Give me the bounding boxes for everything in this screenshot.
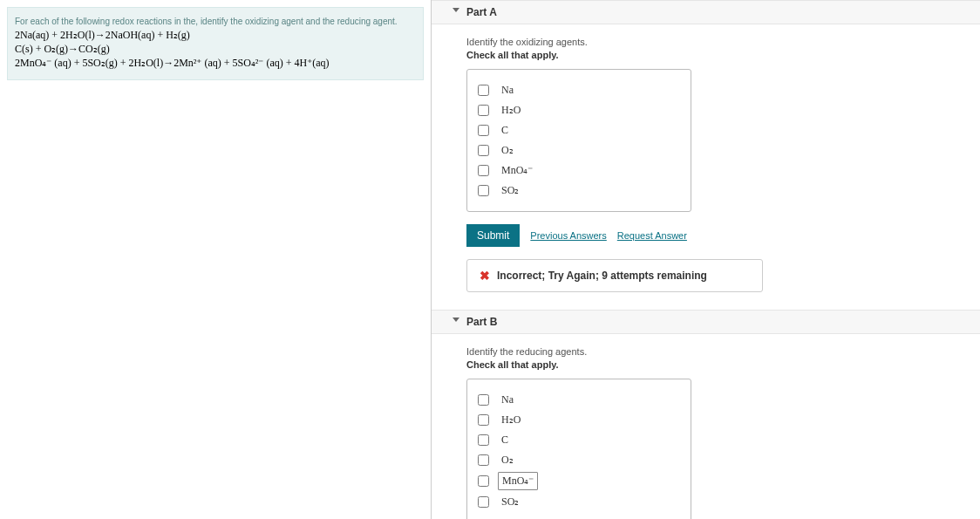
checkbox[interactable] <box>478 434 489 446</box>
part-a-button-row: Submit Previous Answers Request Answer <box>466 224 945 247</box>
part-b-title: Part B <box>466 316 497 328</box>
checkbox[interactable] <box>478 475 489 487</box>
part-b-header[interactable]: Part B <box>432 310 980 334</box>
option-label: Na <box>498 392 517 408</box>
option-row[interactable]: H₂O <box>478 102 680 119</box>
checkbox[interactable] <box>478 394 489 406</box>
incorrect-icon: ✖ <box>480 269 490 283</box>
option-row[interactable]: C <box>478 122 680 139</box>
option-label: C <box>498 432 512 448</box>
option-row[interactable]: Na <box>478 82 680 99</box>
option-row[interactable]: SO₂ <box>478 182 680 199</box>
part-a-feedback: ✖ Incorrect; Try Again; 9 attempts remai… <box>466 259 763 292</box>
previous-answers-link[interactable]: Previous Answers <box>530 230 606 241</box>
part-b-body: Identify the reducing agents. Check all … <box>432 334 980 519</box>
checkbox[interactable] <box>478 165 489 176</box>
option-row[interactable]: O₂ <box>478 142 680 159</box>
part-a-subinstruction: Check all that apply. <box>466 50 945 60</box>
option-row[interactable]: H₂O <box>478 412 680 428</box>
part-b-instruction: Identify the reducing agents. <box>466 346 945 357</box>
option-row[interactable]: C <box>478 432 680 448</box>
option-label: C <box>498 122 512 139</box>
prompt-text: For each of the following redox reaction… <box>15 17 416 26</box>
chevron-down-icon <box>453 318 459 322</box>
checkbox[interactable] <box>478 454 489 466</box>
option-label: MnO₄⁻ <box>498 162 536 179</box>
option-label: MnO₄⁻ <box>498 472 538 490</box>
part-b-subinstruction: Check all that apply. <box>466 359 945 370</box>
chevron-down-icon <box>453 8 459 12</box>
option-row[interactable]: SO₂ <box>478 494 680 510</box>
request-answer-link[interactable]: Request Answer <box>617 230 687 241</box>
option-label: O₂ <box>498 142 517 159</box>
option-label: H₂O <box>498 412 524 428</box>
answer-panel: Part A Identify the oxidizing agents. Ch… <box>432 0 980 519</box>
checkbox[interactable] <box>478 145 489 156</box>
option-label: H₂O <box>498 102 524 119</box>
option-row[interactable]: Na <box>478 392 680 408</box>
option-row[interactable]: MnO₄⁻ <box>478 472 680 490</box>
option-label: SO₂ <box>498 494 522 510</box>
equation-2: C(s) + O₂(g)→CO₂(g) <box>15 43 416 56</box>
checkbox[interactable] <box>478 185 489 196</box>
problem-panel: For each of the following redox reaction… <box>0 0 432 519</box>
checkbox[interactable] <box>478 85 489 96</box>
option-row[interactable]: MnO₄⁻ <box>478 162 680 179</box>
equation-1: 2Na(aq) + 2H₂O(l)→2NaOH(aq) + H₂(g) <box>15 29 416 42</box>
part-a-header[interactable]: Part A <box>432 0 980 24</box>
option-label: SO₂ <box>498 182 522 199</box>
checkbox[interactable] <box>478 414 489 426</box>
part-a-title: Part A <box>466 6 497 18</box>
equation-3: 2MnO₄⁻ (aq) + 5SO₂(g) + 2H₂O(l)→2Mn²⁺ (a… <box>15 57 416 70</box>
checkbox[interactable] <box>478 125 489 136</box>
intro-box: For each of the following redox reaction… <box>7 7 424 80</box>
option-label: O₂ <box>498 452 517 468</box>
part-a-instruction: Identify the oxidizing agents. <box>466 37 945 47</box>
option-label: Na <box>498 82 517 99</box>
submit-button[interactable]: Submit <box>466 224 520 247</box>
checkbox[interactable] <box>478 496 489 508</box>
option-row[interactable]: O₂ <box>478 452 680 468</box>
feedback-text: Incorrect; Try Again; 9 attempts remaini… <box>497 270 707 282</box>
part-a-body: Identify the oxidizing agents. Check all… <box>432 24 980 310</box>
part-b-options: Na H₂O C O₂ MnO₄⁻ SO₂ <box>466 379 691 519</box>
checkbox[interactable] <box>478 105 489 116</box>
part-a-options: Na H₂O C O₂ MnO₄⁻ SO₂ <box>466 69 691 212</box>
